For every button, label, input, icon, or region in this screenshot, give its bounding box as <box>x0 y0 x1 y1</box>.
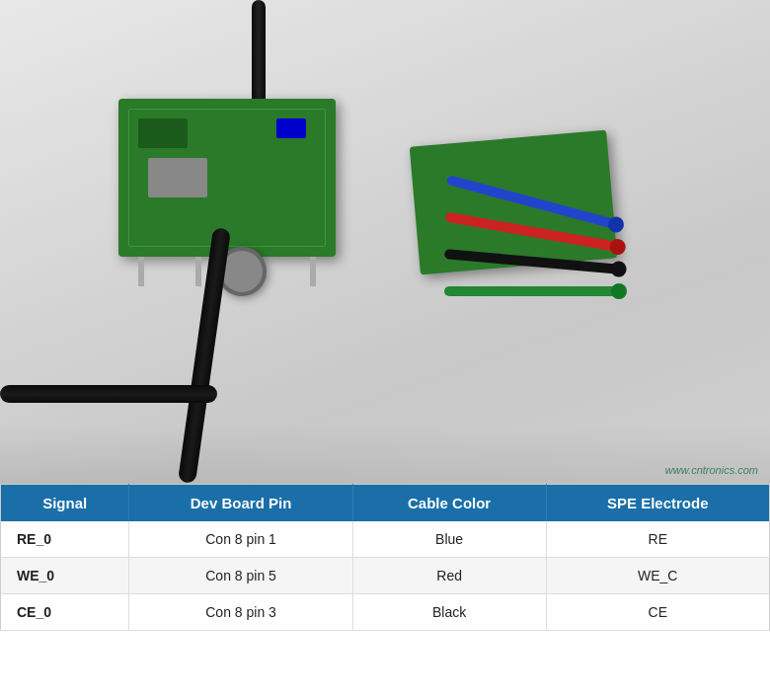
hardware-photo: www.cntronics.com <box>0 0 770 484</box>
pcb-leg-1 <box>138 257 144 286</box>
main-cable-horizontal <box>0 385 217 403</box>
col-devboard-header: Dev Board Pin <box>129 485 352 522</box>
cell-signal: WE_0 <box>1 558 129 594</box>
pcb-leg-4 <box>310 257 316 286</box>
pcb-component-ethernet <box>138 118 188 148</box>
clip-green <box>611 283 627 299</box>
pcb-leg-2 <box>195 257 201 286</box>
watermark: www.cntronics.com <box>665 464 758 476</box>
cell-devboard-pin: Con 8 pin 5 <box>129 558 352 594</box>
cell-signal: CE_0 <box>1 594 129 631</box>
cell-devboard-pin: Con 8 pin 1 <box>129 521 352 558</box>
photo-background: www.cntronics.com <box>0 0 770 484</box>
floor-shadow <box>0 425 770 484</box>
pin-table-section: Signal Dev Board Pin Cable Color SPE Ele… <box>0 484 770 700</box>
main-container: www.cntronics.com Signal Dev Board Pin C… <box>0 0 770 700</box>
table-row: WE_0Con 8 pin 5RedWE_C <box>1 558 770 594</box>
cell-signal: RE_0 <box>1 521 129 558</box>
clip-black <box>610 261 627 277</box>
cell-spe-electrode: RE <box>546 521 769 558</box>
cell-cable-color: Black <box>352 594 546 631</box>
col-signal-header: Signal <box>1 485 129 522</box>
col-cablecolor-header: Cable Color <box>352 485 546 522</box>
pin-mapping-table: Signal Dev Board Pin Cable Color SPE Ele… <box>0 484 770 631</box>
table-row: CE_0Con 8 pin 3BlackCE <box>1 594 770 631</box>
cell-spe-electrode: CE <box>546 594 769 631</box>
col-electrode-header: SPE Electrode <box>546 485 769 522</box>
cell-devboard-pin: Con 8 pin 3 <box>129 594 352 631</box>
table-row: RE_0Con 8 pin 1BlueRE <box>1 521 770 558</box>
table-header-row: Signal Dev Board Pin Cable Color SPE Ele… <box>1 485 770 522</box>
cell-cable-color: Blue <box>352 521 546 558</box>
pcb-component-blue <box>276 118 306 138</box>
cell-spe-electrode: WE_C <box>546 558 769 594</box>
pcb-component-connector <box>148 158 207 197</box>
cell-cable-color: Red <box>352 558 546 594</box>
cable-green <box>444 286 622 296</box>
